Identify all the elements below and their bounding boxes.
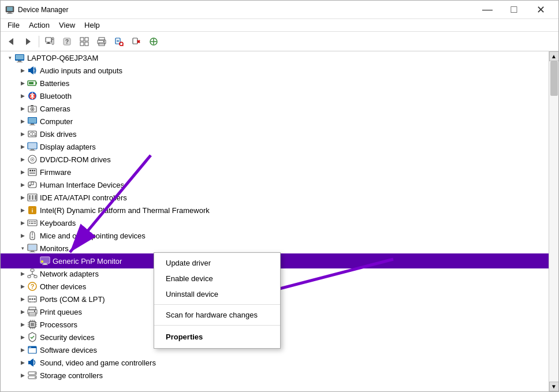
audio-expander[interactable]: ▶ — [18, 66, 27, 75]
storage-expander[interactable]: ▶ — [18, 371, 27, 380]
svg-rect-2 — [8, 12, 12, 13]
toolbar-back[interactable] — [3, 34, 19, 49]
root-expander[interactable]: ▾ — [5, 53, 14, 62]
svg-rect-20 — [103, 41, 105, 42]
close-button[interactable]: ✕ — [527, 1, 554, 19]
network-expander[interactable]: ▶ — [18, 269, 27, 278]
menu-action[interactable]: Action — [24, 20, 54, 31]
tree-item-hid[interactable]: ▶ Human Interface Devices — [1, 178, 549, 191]
tree-item-cameras[interactable]: ▶ Cameras — [1, 102, 549, 115]
processors-expander[interactable]: ▶ — [18, 320, 27, 329]
tree-item-display[interactable]: ▶ Display adapters — [1, 140, 549, 153]
svg-rect-78 — [31, 221, 32, 222]
svg-rect-16 — [85, 42, 88, 46]
menu-help[interactable]: Help — [80, 20, 105, 31]
svg-rect-15 — [80, 42, 84, 46]
tree-item-keyboards[interactable]: ▶ Keyboards — [1, 216, 549, 229]
svg-rect-14 — [85, 38, 88, 41]
display-expander[interactable]: ▶ — [18, 142, 27, 151]
tree-item-computer[interactable]: ▶ Computer — [1, 115, 549, 128]
security-expander[interactable]: ▶ — [18, 333, 27, 342]
ctx-properties[interactable]: Properties — [154, 328, 280, 346]
disk-label: Disk drives — [40, 130, 77, 139]
toolbar-views[interactable] — [76, 34, 92, 49]
bluetooth-expander[interactable]: ▶ — [18, 91, 27, 100]
firmware-label: Firmware — [40, 168, 71, 177]
svg-rect-112 — [34, 311, 35, 312]
ports-icon — [27, 294, 38, 304]
ctx-enable-device[interactable]: Enable device — [154, 271, 280, 286]
svg-rect-13 — [80, 38, 84, 41]
firmware-expander[interactable]: ▶ — [18, 167, 27, 177]
tree-panel[interactable]: ▾ LAPTOP-Q6EJP3AM ▶ — [1, 51, 549, 391]
dvd-expander[interactable]: ▶ — [18, 155, 27, 164]
mice-label: Mice and other pointing devices — [40, 232, 146, 240]
tree-item-bluetooth[interactable]: ▶ 🔴 Bluetooth — [1, 89, 549, 102]
tree-item-mice[interactable]: ▶ Mice and other pointing devices — [1, 229, 549, 242]
maximize-button[interactable]: □ — [501, 1, 527, 19]
toolbar-remove[interactable] — [128, 34, 144, 49]
other-expander[interactable]: ▶ — [18, 282, 27, 291]
toolbar-scan[interactable] — [111, 34, 127, 49]
tree-item-batteries[interactable]: ▶ Batteries — [1, 77, 549, 89]
menu-view[interactable]: View — [54, 20, 80, 31]
intel-icon: i — [27, 205, 38, 215]
svg-rect-45 — [31, 105, 33, 106]
tree-item-disk[interactable]: ▶ Disk drives — [1, 128, 549, 140]
generic-monitor-expander: ​ — [31, 256, 40, 266]
title-bar: Device Manager — □ ✕ — [1, 1, 558, 19]
hid-expander[interactable]: ▶ — [18, 180, 27, 189]
display-icon — [27, 141, 38, 152]
svg-rect-40 — [36, 82, 37, 84]
tree-item-ide[interactable]: ▶ IDE ATA/ATAPI controllers — [1, 191, 549, 204]
tree-item-intel[interactable]: ▶ i Intel(R) Dynamic Platform and Therma… — [1, 204, 549, 216]
scroll-down-arrow[interactable]: ▼ — [549, 382, 559, 391]
minimize-button[interactable]: — — [474, 1, 501, 19]
device-manager-window: Device Manager — □ ✕ File Action View He… — [0, 0, 559, 392]
toolbar-help[interactable]: ? — [59, 34, 75, 49]
tree-root[interactable]: ▾ LAPTOP-Q6EJP3AM — [1, 51, 549, 64]
tree-item-sound[interactable]: ▶ Sound, video and game controllers — [1, 356, 549, 369]
svg-point-105 — [32, 298, 33, 300]
scroll-track[interactable] — [549, 61, 558, 382]
svg-point-104 — [29, 298, 31, 300]
mice-expander[interactable]: ▶ — [18, 231, 27, 240]
toolbar-sep-1 — [39, 36, 39, 47]
svg-marker-5 — [26, 38, 31, 45]
display-label: Display adapters — [40, 143, 96, 151]
computer-expander[interactable]: ▶ — [18, 117, 27, 126]
tree-item-firmware[interactable]: ▶ Firmware — [1, 166, 549, 178]
keyboards-expander[interactable]: ▶ — [18, 218, 27, 227]
toolbar-forward[interactable] — [20, 34, 36, 49]
computer-label: Computer — [40, 117, 73, 126]
ctx-scan-hardware[interactable]: Scan for hardware changes — [154, 307, 280, 323]
tree-item-audio[interactable]: ▶ Audio inputs and outputs — [1, 64, 549, 77]
toolbar-print[interactable] — [94, 34, 110, 49]
svg-rect-26 — [133, 38, 137, 44]
sound-icon — [27, 357, 38, 368]
storage-icon — [27, 370, 38, 380]
batteries-expander[interactable]: ▶ — [18, 79, 27, 88]
print-icon — [27, 307, 38, 317]
menu-file[interactable]: File — [3, 20, 24, 31]
ide-expander[interactable]: ▶ — [18, 193, 27, 202]
tree-item-dvd[interactable]: ▶ DVD/CD-ROM drives — [1, 153, 549, 166]
disk-expander[interactable]: ▶ — [18, 129, 27, 139]
scroll-up-arrow[interactable]: ▲ — [549, 51, 559, 61]
app-icon — [5, 5, 14, 14]
ctx-uninstall-device[interactable]: Uninstall device — [154, 286, 280, 302]
vertical-scrollbar[interactable]: ▲ ▼ — [549, 51, 558, 391]
ctx-update-driver[interactable]: Update driver — [154, 255, 280, 271]
tree-item-storage[interactable]: ▶ Storage controllers — [1, 369, 549, 382]
toolbar-update[interactable] — [146, 34, 162, 49]
cameras-expander[interactable]: ▶ — [18, 104, 27, 113]
intel-expander[interactable]: ▶ — [18, 206, 27, 215]
print-expander[interactable]: ▶ — [18, 307, 27, 316]
software-expander[interactable]: ▶ — [18, 345, 27, 354]
toolbar-device-view[interactable] — [42, 34, 58, 49]
scroll-thumb[interactable] — [550, 61, 558, 96]
sound-expander[interactable]: ▶ — [18, 358, 27, 367]
monitors-expander[interactable]: ▾ — [18, 244, 27, 253]
ports-expander[interactable]: ▶ — [18, 294, 27, 304]
audio-icon — [27, 65, 38, 76]
